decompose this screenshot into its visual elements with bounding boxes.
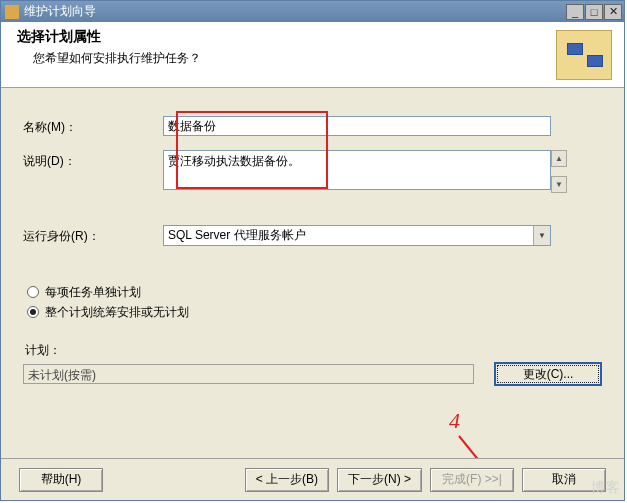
name-label: 名称(M)： [23,116,163,136]
wizard-body: 名称(M)： 说明(D)： ▲ ▼ 运行身份(R)： SQL Server 代理… [1,88,624,458]
next-button[interactable]: 下一步(N) > [337,468,422,492]
description-input[interactable] [163,150,551,190]
chevron-down-icon: ▼ [533,226,550,245]
scroll-down-icon[interactable]: ▼ [551,176,567,193]
cancel-button[interactable]: 取消 [522,468,606,492]
app-icon [5,5,19,19]
titlebar: 维护计划向导 _ □ ✕ [1,1,624,22]
runas-select[interactable]: SQL Server 代理服务帐户 ▼ [163,225,551,246]
change-schedule-button[interactable]: 更改(C)... [494,362,602,386]
wizard-window: 维护计划向导 _ □ ✕ 选择计划属性 您希望如何安排执行维护任务？ 名称(M)… [0,0,625,501]
finish-button: 完成(F) >>| [430,468,514,492]
wizard-button-bar: 帮助(H) < 上一步(B) 下一步(N) > 完成(F) >>| 取消 [1,458,624,500]
scroll-up-icon[interactable]: ▲ [551,150,567,167]
maximize-button[interactable]: □ [585,4,603,20]
radio-separate-schedule[interactable] [27,286,39,298]
radio-single-label: 整个计划统筹安排或无计划 [45,302,189,322]
wizard-logo-icon [556,30,612,80]
wizard-header: 选择计划属性 您希望如何安排执行维护任务？ [1,22,624,88]
close-button[interactable]: ✕ [604,4,622,20]
runas-label: 运行身份(R)： [23,226,163,245]
window-title: 维护计划向导 [24,3,565,20]
help-button[interactable]: 帮助(H) [19,468,103,492]
page-title: 选择计划属性 [17,28,556,46]
radio-single-schedule[interactable] [27,306,39,318]
plan-label: 计划： [25,342,602,359]
plan-value-field: 未计划(按需) [23,364,474,384]
back-button[interactable]: < 上一步(B) [245,468,329,492]
page-subtitle: 您希望如何安排执行维护任务？ [33,50,556,67]
annotation-marker: 4 [449,408,460,434]
radio-separate-label: 每项任务单独计划 [45,282,141,302]
runas-value: SQL Server 代理服务帐户 [168,227,306,244]
minimize-button[interactable]: _ [566,4,584,20]
description-label: 说明(D)： [23,150,163,170]
name-input[interactable] [163,116,551,136]
